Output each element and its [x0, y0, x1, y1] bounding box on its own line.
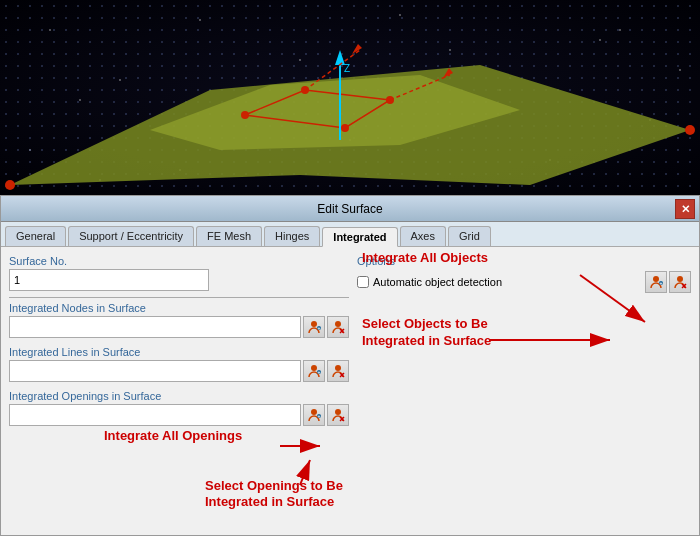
- options-delete-btn[interactable]: [669, 271, 691, 293]
- svg-point-16: [311, 321, 317, 327]
- tab-hinges[interactable]: Hinges: [264, 226, 320, 246]
- integrated-nodes-select-btn[interactable]: +: [303, 316, 325, 338]
- integrated-nodes-group: Integrated Nodes in Surface +: [9, 302, 349, 338]
- surface-no-label: Surface No.: [9, 255, 349, 267]
- surface-no-group: Surface No.: [9, 255, 349, 291]
- svg-point-25: [335, 365, 341, 371]
- svg-text:+: +: [318, 325, 321, 331]
- tab-integrated[interactable]: Integrated: [322, 227, 397, 247]
- svg-text:Z: Z: [344, 63, 350, 74]
- svg-text:+: +: [318, 369, 321, 375]
- surface-no-input[interactable]: [9, 269, 209, 291]
- dialog-title-bar: Edit Surface ✕: [1, 196, 699, 222]
- integrated-lines-input[interactable]: [9, 360, 301, 382]
- svg-point-37: [677, 276, 683, 282]
- integrated-openings-input[interactable]: [9, 404, 301, 426]
- close-button[interactable]: ✕: [675, 199, 695, 219]
- integrated-nodes-input[interactable]: [9, 316, 301, 338]
- integrated-openings-select-btn[interactable]: +: [303, 404, 325, 426]
- tab-grid[interactable]: Grid: [448, 226, 491, 246]
- svg-point-28: [311, 409, 317, 415]
- integrated-openings-delete-btn[interactable]: [327, 404, 349, 426]
- dialog-title: Edit Surface: [317, 202, 382, 216]
- svg-point-7: [5, 180, 15, 190]
- tab-axes[interactable]: Axes: [400, 226, 446, 246]
- options-label: Options: [357, 255, 691, 267]
- svg-point-8: [685, 125, 695, 135]
- integrated-lines-label: Integrated Lines in Surface: [9, 346, 349, 358]
- edit-surface-dialog: Edit Surface ✕ General Support / Eccentr…: [0, 195, 700, 536]
- svg-point-31: [335, 409, 341, 415]
- svg-point-3: [241, 111, 249, 119]
- 3d-viewport: Z: [0, 0, 700, 195]
- left-panel: Surface No. Integrated Nodes in Surface …: [9, 255, 349, 529]
- svg-point-34: [653, 276, 659, 282]
- integrated-lines-group: Integrated Lines in Surface +: [9, 346, 349, 382]
- svg-point-6: [341, 124, 349, 132]
- auto-detect-label: Automatic object detection: [373, 276, 502, 288]
- right-panel: Options Automatic object detection +: [357, 255, 691, 529]
- svg-point-19: [335, 321, 341, 327]
- svg-text:+: +: [660, 280, 663, 286]
- svg-text:+: +: [318, 413, 321, 419]
- svg-point-22: [311, 365, 317, 371]
- auto-detect-row: Automatic object detection +: [357, 271, 691, 293]
- tab-bar: General Support / Eccentricity FE Mesh H…: [1, 222, 699, 247]
- tab-general[interactable]: General: [5, 226, 66, 246]
- auto-detect-checkbox[interactable]: [357, 276, 369, 288]
- integrated-nodes-delete-btn[interactable]: [327, 316, 349, 338]
- integrated-openings-label: Integrated Openings in Surface: [9, 390, 349, 402]
- integrated-nodes-label: Integrated Nodes in Surface: [9, 302, 349, 314]
- options-select-btn[interactable]: +: [645, 271, 667, 293]
- integrated-lines-select-btn[interactable]: +: [303, 360, 325, 382]
- tab-fe-mesh[interactable]: FE Mesh: [196, 226, 262, 246]
- integrated-openings-group: Integrated Openings in Surface +: [9, 390, 349, 426]
- tab-support[interactable]: Support / Eccentricity: [68, 226, 194, 246]
- integrated-lines-delete-btn[interactable]: [327, 360, 349, 382]
